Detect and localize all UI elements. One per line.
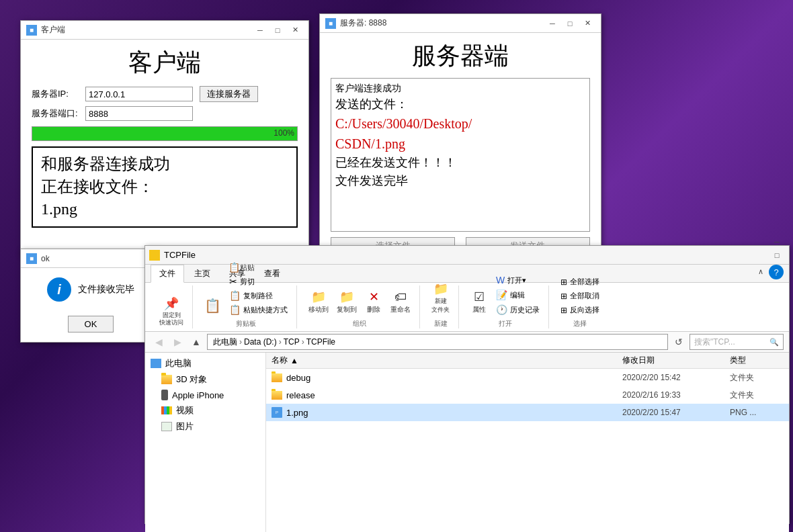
server-log: 客户端连接成功 发送的文件： C:/Users/30040/Desktop/CS… xyxy=(331,78,590,232)
progress-bar-container: 100% xyxy=(32,126,298,141)
select-all-button[interactable]: ⊞ 全部选择 xyxy=(557,275,603,288)
explorer-title-text: TCPFile xyxy=(164,250,769,260)
col-name-label: 名称 xyxy=(272,355,288,366)
new-btns: 📁 新建文件夹 xyxy=(428,279,453,316)
history-button[interactable]: 🕐 历史记录 xyxy=(493,303,543,316)
move-to-label: 移动到 xyxy=(308,305,329,314)
forward-button[interactable]: ▶ xyxy=(169,334,185,350)
client-close-button[interactable]: ✕ xyxy=(287,24,303,37)
pin-button[interactable]: 📌 固定到快速访问 xyxy=(156,294,187,328)
help-button[interactable]: ? xyxy=(769,265,784,279)
client-window-icon: ■ xyxy=(26,25,37,36)
server-maximize-button[interactable]: □ xyxy=(562,17,578,30)
refresh-button[interactable]: ↺ xyxy=(671,334,687,350)
paste-shortcut-button[interactable]: 📋 粘贴快捷方式 xyxy=(226,303,291,316)
file-name-1png: P 1.png xyxy=(272,407,622,418)
open-label: 打开 xyxy=(499,319,512,328)
open-btns: ☑ 属性 W 打开▾ 📝 编辑 🕐 xyxy=(467,273,543,316)
path-part-4: TCPFile xyxy=(306,337,335,347)
folder-debug-icon xyxy=(272,373,282,382)
invert-icon: ⊞ xyxy=(560,306,567,315)
select-all-icon: ⊞ xyxy=(560,277,567,287)
server-minimize-button[interactable]: ─ xyxy=(544,17,560,30)
copy-icon: 📋 xyxy=(204,298,221,314)
properties-button[interactable]: ☑ 属性 xyxy=(467,287,491,316)
status-line3: 1.png xyxy=(41,198,288,221)
address-path[interactable]: 此电脑 › Data (D:) › TCP › TCPFile xyxy=(207,334,668,350)
edit-icon: 📝 xyxy=(496,290,507,300)
image-icon xyxy=(161,422,172,431)
delete-button[interactable]: ✕ 删除 xyxy=(362,287,386,316)
explorer-window: TCPFile ─ □ ✕ 文件 主页 共享 查看 ∧ ? 📌 固定到快速访问 xyxy=(144,245,790,524)
ribbon-collapse-button[interactable]: ∧ xyxy=(753,265,769,278)
open-word-icon: W xyxy=(496,275,505,285)
client-maximize-button[interactable]: □ xyxy=(269,24,286,37)
tab-file[interactable]: 文件 xyxy=(151,265,184,283)
server-ip-input[interactable] xyxy=(85,87,193,101)
select-none-button[interactable]: ⊞ 全部取消 xyxy=(557,290,603,302)
path-part-3: TCP xyxy=(284,337,300,347)
pin-icon: 📌 xyxy=(164,296,179,311)
edit-label: 编辑 xyxy=(510,290,525,300)
back-button[interactable]: ◀ xyxy=(151,334,167,350)
paste-button[interactable]: 📋 粘贴 xyxy=(226,261,291,274)
server-window: ■ 服务器: 8888 ─ □ ✕ 服务器端 客户端连接成功 发送的文件： C:… xyxy=(319,13,601,262)
file-row-release[interactable]: release 2020/2/16 19:33 文件夹 xyxy=(266,386,789,404)
copy-to-icon: 📁 xyxy=(339,290,354,304)
connect-server-button[interactable]: 连接服务器 xyxy=(200,86,258,102)
info-icon: i xyxy=(47,277,71,302)
ok-window-icon: ■ xyxy=(26,253,37,264)
delete-label: 删除 xyxy=(367,305,380,314)
server-port-row: 服务器端口: xyxy=(32,106,298,121)
file-row-1png[interactable]: P 1.png 2020/2/20 15:47 PNG ... xyxy=(266,404,789,421)
ok-button[interactable]: OK xyxy=(68,316,114,332)
ok-content: i 文件接收完毕 xyxy=(47,277,134,302)
ribbon: 文件 主页 共享 查看 ∧ ? 📌 固定到快速访问 xyxy=(145,265,789,332)
sidebar-label-pictures: 图片 xyxy=(176,420,194,433)
sidebar-item-videos[interactable]: 视频 xyxy=(145,402,265,418)
copy-path-button[interactable]: 📋 复制路径 xyxy=(226,289,291,302)
file-date-1png: 2020/2/20 15:47 xyxy=(622,408,730,417)
sidebar-item-3d-objects[interactable]: 3D 对象 xyxy=(145,371,265,388)
client-win-buttons: ─ □ ✕ xyxy=(252,24,303,37)
file-row-debug[interactable]: debug 2020/2/20 15:42 文件夹 xyxy=(266,369,789,386)
search-box[interactable]: 搜索"TCP... 🔍 xyxy=(690,334,784,350)
copy-button[interactable]: 📋 xyxy=(201,296,224,316)
invert-selection-button[interactable]: ⊞ 反向选择 xyxy=(557,304,603,316)
ribbon-group-organize: 📁 移动到 📁 复制到 ✕ 删除 🏷 重命名 xyxy=(300,285,420,328)
select-none-icon: ⊞ xyxy=(560,292,567,301)
sidebar-label-3d-objects: 3D 对象 xyxy=(176,373,207,386)
ribbon-group-pin: 📌 固定到快速访问 xyxy=(151,285,193,328)
status-line1: 和服务器连接成功 xyxy=(41,153,288,176)
open-button[interactable]: W 打开▾ xyxy=(493,273,543,287)
file-type-debug: 文件夹 xyxy=(730,372,784,384)
ribbon-group-select: ⊞ 全部选择 ⊞ 全部取消 ⊞ 反向选择 选择 xyxy=(552,285,608,328)
copy-path-label: 复制路径 xyxy=(243,291,273,301)
media-icon xyxy=(161,406,172,414)
server-body: 服务器端 客户端连接成功 发送的文件： C:/Users/30040/Deskt… xyxy=(320,33,601,261)
ok-dialog: ■ ok ✕ i 文件接收完毕 OK xyxy=(20,249,161,343)
file-date-debug: 2020/2/20 15:42 xyxy=(622,373,730,382)
ribbon-content: 📌 固定到快速访问 📋 📋 粘贴 xyxy=(145,283,789,331)
move-to-button[interactable]: 📁 移动到 xyxy=(305,287,332,316)
rename-button[interactable]: 🏷 重命名 xyxy=(387,288,414,316)
server-title-bar: ■ 服务器: 8888 ─ □ ✕ xyxy=(320,14,601,33)
new-label: 新建 xyxy=(434,319,448,328)
client-minimize-button[interactable]: ─ xyxy=(252,24,268,37)
copy-to-button[interactable]: 📁 复制到 xyxy=(333,287,360,316)
client-body: 客户端 服务器IP: 连接服务器 服务器端口: 100% 和服务器连接成功 正在… xyxy=(21,40,308,255)
server-close-button[interactable]: ✕ xyxy=(579,17,595,30)
edit-button[interactable]: 📝 编辑 xyxy=(493,288,543,302)
server-port-input[interactable] xyxy=(85,106,193,121)
explorer-maximize-button[interactable]: □ xyxy=(769,249,785,262)
up-button[interactable]: ▲ xyxy=(188,334,204,350)
sidebar-item-this-pc[interactable]: 此电脑 xyxy=(145,355,265,371)
history-label: 历史记录 xyxy=(510,305,540,315)
cut-button[interactable]: ✂ 剪切 xyxy=(226,275,291,288)
status-line2: 正在接收文件： xyxy=(41,176,288,199)
new-folder-button[interactable]: 📁 新建文件夹 xyxy=(428,279,453,316)
ribbon-group-new: 📁 新建文件夹 新建 xyxy=(423,285,459,328)
explorer-minimize-button[interactable]: ─ xyxy=(769,235,785,249)
sidebar-item-pictures[interactable]: 图片 xyxy=(145,418,265,435)
sidebar-item-apple-iphone[interactable]: Apple iPhone xyxy=(145,388,265,402)
